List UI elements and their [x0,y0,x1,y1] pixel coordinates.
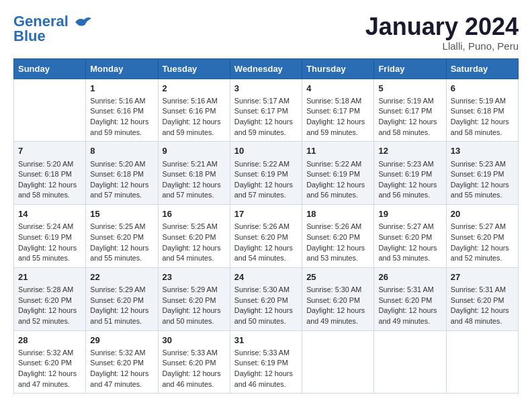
day-number: 14 [18,208,81,220]
header-row: SundayMondayTuesdayWednesdayThursdayFrid… [14,58,519,79]
column-header-friday: Friday [374,58,446,79]
calendar-cell: 14Sunrise: 5:24 AM Sunset: 6:19 PM Dayli… [14,205,86,268]
day-number: 8 [90,145,153,157]
day-number: 31 [234,334,298,347]
logo-text: General Blue [13,13,93,44]
day-info: Sunrise: 5:33 AM Sunset: 6:20 PM Dayligh… [163,348,226,390]
calendar-cell: 21Sunrise: 5:28 AM Sunset: 6:20 PM Dayli… [14,267,86,330]
day-number: 18 [306,208,369,220]
calendar-cell: 13Sunrise: 5:23 AM Sunset: 6:19 PM Dayli… [446,142,518,205]
calendar-cell: 3Sunrise: 5:17 AM Sunset: 6:17 PM Daylig… [230,79,302,142]
calendar-table: SundayMondayTuesdayWednesdayThursdayFrid… [13,58,519,394]
day-info: Sunrise: 5:31 AM Sunset: 6:20 PM Dayligh… [451,285,514,327]
day-number: 2 [163,83,226,95]
day-info: Sunrise: 5:30 AM Sunset: 6:20 PM Dayligh… [306,285,369,327]
day-number: 20 [451,208,514,220]
day-info: Sunrise: 5:26 AM Sunset: 6:20 PM Dayligh… [234,222,298,264]
day-number: 24 [234,271,298,283]
column-header-sunday: Sunday [14,58,86,79]
day-info: Sunrise: 5:23 AM Sunset: 6:19 PM Dayligh… [378,159,441,201]
day-number: 27 [451,271,514,283]
calendar-week-row: 7Sunrise: 5:20 AM Sunset: 6:18 PM Daylig… [14,142,519,205]
day-number: 19 [378,208,441,220]
title-block: January 2024 Llalli, Puno, Peru [365,13,519,52]
day-number: 13 [451,145,514,157]
calendar-cell: 9Sunrise: 5:21 AM Sunset: 6:18 PM Daylig… [158,142,230,205]
day-info: Sunrise: 5:25 AM Sunset: 6:20 PM Dayligh… [163,222,226,264]
day-number: 15 [90,208,153,220]
calendar-cell: 24Sunrise: 5:30 AM Sunset: 6:20 PM Dayli… [230,267,302,330]
column-header-tuesday: Tuesday [158,58,230,79]
column-header-monday: Monday [86,58,158,79]
calendar-header: SundayMondayTuesdayWednesdayThursdayFrid… [14,58,519,79]
day-number: 3 [234,83,298,95]
calendar-cell: 27Sunrise: 5:31 AM Sunset: 6:20 PM Dayli… [446,267,518,330]
day-info: Sunrise: 5:29 AM Sunset: 6:20 PM Dayligh… [163,285,226,327]
day-info: Sunrise: 5:32 AM Sunset: 6:20 PM Dayligh… [18,348,81,390]
day-number: 10 [234,145,298,157]
day-info: Sunrise: 5:21 AM Sunset: 6:18 PM Dayligh… [163,159,226,201]
calendar-cell: 18Sunrise: 5:26 AM Sunset: 6:20 PM Dayli… [302,205,374,268]
calendar-body: 1Sunrise: 5:16 AM Sunset: 6:16 PM Daylig… [14,79,519,394]
page-header: General Blue January 2024 Llalli, Puno, … [13,13,519,52]
day-info: Sunrise: 5:23 AM Sunset: 6:19 PM Dayligh… [451,159,514,201]
subtitle: Llalli, Puno, Peru [365,40,519,52]
day-info: Sunrise: 5:33 AM Sunset: 6:19 PM Dayligh… [234,348,298,390]
calendar-cell [374,330,446,394]
main-title: January 2024 [365,13,519,40]
day-number: 4 [306,83,369,95]
day-info: Sunrise: 5:22 AM Sunset: 6:19 PM Dayligh… [234,159,298,201]
day-info: Sunrise: 5:26 AM Sunset: 6:20 PM Dayligh… [306,222,369,264]
calendar-cell: 15Sunrise: 5:25 AM Sunset: 6:20 PM Dayli… [86,205,158,268]
day-info: Sunrise: 5:17 AM Sunset: 6:17 PM Dayligh… [234,96,298,138]
day-info: Sunrise: 5:20 AM Sunset: 6:18 PM Dayligh… [90,159,153,201]
day-info: Sunrise: 5:27 AM Sunset: 6:20 PM Dayligh… [451,222,514,264]
day-number: 22 [90,271,153,283]
day-info: Sunrise: 5:29 AM Sunset: 6:20 PM Dayligh… [90,285,153,327]
day-info: Sunrise: 5:28 AM Sunset: 6:20 PM Dayligh… [18,285,81,327]
calendar-cell: 16Sunrise: 5:25 AM Sunset: 6:20 PM Dayli… [158,205,230,268]
day-info: Sunrise: 5:31 AM Sunset: 6:20 PM Dayligh… [378,285,441,327]
calendar-cell: 17Sunrise: 5:26 AM Sunset: 6:20 PM Dayli… [230,205,302,268]
day-number: 16 [163,208,226,220]
day-number: 21 [18,271,81,283]
logo-blue: Blue [13,28,93,44]
calendar-week-row: 14Sunrise: 5:24 AM Sunset: 6:19 PM Dayli… [14,205,519,268]
calendar-cell: 1Sunrise: 5:16 AM Sunset: 6:16 PM Daylig… [86,79,158,142]
day-number: 17 [234,208,298,220]
calendar-cell: 29Sunrise: 5:32 AM Sunset: 6:20 PM Dayli… [86,330,158,394]
column-header-saturday: Saturday [446,58,518,79]
calendar-cell: 31Sunrise: 5:33 AM Sunset: 6:19 PM Dayli… [230,330,302,394]
calendar-cell: 22Sunrise: 5:29 AM Sunset: 6:20 PM Dayli… [86,267,158,330]
day-number: 28 [18,334,81,347]
day-info: Sunrise: 5:27 AM Sunset: 6:20 PM Dayligh… [378,222,441,264]
logo: General Blue [13,13,93,44]
calendar-cell [446,330,518,394]
calendar-week-row: 28Sunrise: 5:32 AM Sunset: 6:20 PM Dayli… [14,330,519,394]
calendar-cell [302,330,374,394]
calendar-cell [14,79,86,142]
day-number: 26 [378,271,441,283]
day-info: Sunrise: 5:16 AM Sunset: 6:16 PM Dayligh… [90,96,153,138]
day-info: Sunrise: 5:18 AM Sunset: 6:17 PM Dayligh… [306,96,369,138]
day-info: Sunrise: 5:30 AM Sunset: 6:20 PM Dayligh… [234,285,298,327]
day-number: 23 [163,271,226,283]
calendar-week-row: 1Sunrise: 5:16 AM Sunset: 6:16 PM Daylig… [14,79,519,142]
day-number: 29 [90,334,153,347]
column-header-wednesday: Wednesday [230,58,302,79]
calendar-cell: 4Sunrise: 5:18 AM Sunset: 6:17 PM Daylig… [302,79,374,142]
column-header-thursday: Thursday [302,58,374,79]
calendar-cell: 6Sunrise: 5:19 AM Sunset: 6:18 PM Daylig… [446,79,518,142]
calendar-cell: 11Sunrise: 5:22 AM Sunset: 6:19 PM Dayli… [302,142,374,205]
calendar-cell: 12Sunrise: 5:23 AM Sunset: 6:19 PM Dayli… [374,142,446,205]
day-number: 11 [306,145,369,157]
calendar-cell: 23Sunrise: 5:29 AM Sunset: 6:20 PM Dayli… [158,267,230,330]
day-info: Sunrise: 5:19 AM Sunset: 6:17 PM Dayligh… [378,96,441,138]
logo-bird-icon [74,15,93,30]
day-number: 7 [18,145,81,157]
calendar-cell: 28Sunrise: 5:32 AM Sunset: 6:20 PM Dayli… [14,330,86,394]
day-info: Sunrise: 5:16 AM Sunset: 6:16 PM Dayligh… [163,96,226,138]
day-number: 30 [163,334,226,347]
day-number: 9 [163,145,226,157]
calendar-cell: 19Sunrise: 5:27 AM Sunset: 6:20 PM Dayli… [374,205,446,268]
